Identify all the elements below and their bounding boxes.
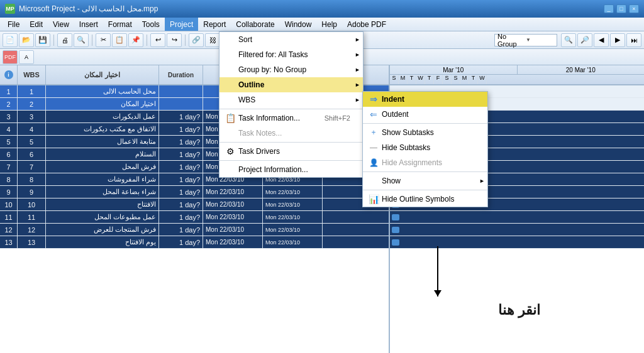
menu-hide-subtasks[interactable]: — Hide Subtasks xyxy=(363,140,487,155)
copy-button[interactable]: 📋 xyxy=(112,33,127,47)
menu-collaborate[interactable]: Collaborate xyxy=(231,18,279,31)
undo-button[interactable]: ↩ xyxy=(150,33,165,47)
unlink-button[interactable]: ⛓ xyxy=(205,33,220,47)
menu-insert[interactable]: Insert xyxy=(74,18,103,31)
new-button[interactable]: 📄 xyxy=(3,33,18,47)
cell-id: 9 xyxy=(0,186,18,198)
outline-symbols-icon: 📊 xyxy=(368,194,379,204)
submenu-arrow: ► xyxy=(355,67,360,73)
nav-end-button[interactable]: ⏭ xyxy=(626,33,641,47)
menu-file[interactable]: File xyxy=(3,18,25,31)
header-wbs: WBS xyxy=(18,65,46,84)
date-header-1: Mar '10 xyxy=(390,65,518,74)
date-header-2: 20 Mar '10 xyxy=(518,65,645,74)
close-button[interactable]: × xyxy=(629,4,639,13)
menu-outline[interactable]: Outline ► xyxy=(219,77,363,92)
menu-project[interactable]: Project xyxy=(165,18,198,31)
pdf-button[interactable]: PDF xyxy=(3,50,18,64)
cell-id: 1 xyxy=(0,85,18,97)
menu-hide-assignments: 👤 Hide Assignments xyxy=(363,155,487,170)
zoom-in-button[interactable]: 🔍 xyxy=(561,33,576,47)
menu-task-information[interactable]: 📋 Task Information... Shift+F2 xyxy=(219,111,363,126)
menu-adobe-pdf[interactable]: Adobe PDF xyxy=(342,18,391,31)
menu-indent[interactable]: ⇒ Indent xyxy=(363,92,487,107)
submenu-arrow: ► xyxy=(355,97,360,103)
cell-duration: 1 day? xyxy=(159,111,203,122)
paste-button[interactable]: 📌 xyxy=(128,33,143,47)
cell-duration: 1 day? xyxy=(159,198,203,210)
cell-start: Mon 22/03/10 xyxy=(203,224,263,236)
menu-format[interactable]: Format xyxy=(103,18,137,31)
menu-group-by[interactable]: Group by: No Group ► xyxy=(219,62,363,77)
print-preview-button[interactable]: 🔍 xyxy=(74,33,89,47)
cell-task: الستلام xyxy=(46,148,159,160)
header-duration: Duration xyxy=(159,65,203,84)
menu-task-drivers[interactable]: ⚙ Task Drivers xyxy=(219,144,363,159)
cell-duration xyxy=(159,85,203,97)
maximize-button[interactable]: □ xyxy=(616,4,626,13)
menu-filtered-for[interactable]: Filtered for: All Tasks ► xyxy=(219,47,363,62)
menu-help[interactable]: Help xyxy=(316,18,342,31)
zoom-out-button[interactable]: 🔎 xyxy=(577,33,592,47)
cell-task: فرش المنتجات للعرض xyxy=(46,224,159,236)
table-row[interactable]: 9 9 شراء بضاعة المحل 1 day? Mon 22/03/10… xyxy=(0,186,389,198)
gantt-chart-header: Mar '10 20 Mar '10 S M T W T F S S M T W xyxy=(390,65,644,85)
menu-show-subtasks[interactable]: + Show Subtasks xyxy=(363,125,487,140)
open-button[interactable]: 📂 xyxy=(19,33,34,47)
filter-icon xyxy=(225,50,236,60)
cell-id: 11 xyxy=(0,211,18,223)
menu-outdent[interactable]: ⇐ Outdent xyxy=(363,107,487,122)
cell-wbs: 11 xyxy=(18,211,46,223)
link-button[interactable]: 🔗 xyxy=(189,33,204,47)
nav-forward-button[interactable]: ▶ xyxy=(610,33,625,47)
cell-task: محل الحاسب الالى xyxy=(46,85,159,97)
menu-window[interactable]: Window xyxy=(280,18,317,31)
print-button[interactable]: 🖨 xyxy=(57,33,72,47)
submenu-arrow: ► xyxy=(355,36,360,43)
menu-wbs[interactable]: WBS ► xyxy=(219,92,363,107)
menu-project-information[interactable]: Project Information... xyxy=(219,162,363,177)
cell-task: شراء بضاعة المحل xyxy=(46,186,159,198)
menu-tools[interactable]: Tools xyxy=(137,18,165,31)
cell-wbs: 2 xyxy=(18,98,46,110)
cell-finish: Mon 22/03/10 xyxy=(263,236,323,248)
cell-finish: Mon 22/03/10 xyxy=(263,198,323,210)
cell-start: Mon 22/03/10 xyxy=(203,211,263,223)
gantt-bar xyxy=(392,214,399,220)
menu-view[interactable]: View xyxy=(48,18,74,31)
menu-hide-outline-symbols[interactable]: 📊 Hide Outline Symbols xyxy=(363,192,487,207)
sort-icon xyxy=(225,35,236,45)
no-group-combo[interactable]: No Group ▼ xyxy=(494,34,557,46)
task-notes-icon xyxy=(225,128,236,138)
menu-show[interactable]: Show ► xyxy=(363,173,487,188)
cell-wbs: 3 xyxy=(18,111,46,122)
acrobat-button[interactable]: A xyxy=(19,50,34,64)
hide-subtasks-icon: — xyxy=(368,143,379,153)
table-row[interactable]: 13 13 يوم الافتتاح 1 day? Mon 22/03/10 M… xyxy=(0,236,389,249)
table-row[interactable]: 11 11 عمل مطبوعات المحل 1 day? Mon 22/03… xyxy=(0,211,389,224)
redo-button[interactable]: ↪ xyxy=(167,33,182,47)
menu-report[interactable]: Report xyxy=(198,18,231,31)
outline-submenu: ⇒ Indent ⇐ Outdent + Show Subtasks — Hid… xyxy=(362,91,488,207)
group-icon xyxy=(225,65,236,75)
cell-task: شراء المفروشات xyxy=(46,173,159,185)
cell-wbs: 13 xyxy=(18,236,46,248)
cell-start: Mon 22/03/10 xyxy=(203,186,263,198)
cell-wbs: 1 xyxy=(18,85,46,97)
cell-task: يوم الافتتاح xyxy=(46,236,159,248)
window-controls: _ □ × xyxy=(604,4,639,13)
nav-back-button[interactable]: ◀ xyxy=(594,33,609,47)
window-title: Microsoft Project - محل الحاسب الالى.mpp xyxy=(19,4,604,13)
cut-button[interactable]: ✂ xyxy=(96,33,111,47)
save-button[interactable]: 💾 xyxy=(35,33,50,47)
table-row[interactable]: 10 10 الافتتاح 1 day? Mon 22/03/10 Mon 2… xyxy=(0,198,389,211)
title-bar: MP Microsoft Project - محل الحاسب الالى.… xyxy=(0,0,644,18)
menu-edit[interactable]: Edit xyxy=(25,18,48,31)
separator-1 xyxy=(53,35,54,46)
menu-sort[interactable]: Sort ► xyxy=(219,32,363,47)
cell-duration: 1 day? xyxy=(159,224,203,236)
table-row[interactable]: 12 12 فرش المنتجات للعرض 1 day? Mon 22/0… xyxy=(0,224,389,236)
separator xyxy=(363,171,487,172)
cell-wbs: 6 xyxy=(18,148,46,160)
minimize-button[interactable]: _ xyxy=(604,4,614,13)
